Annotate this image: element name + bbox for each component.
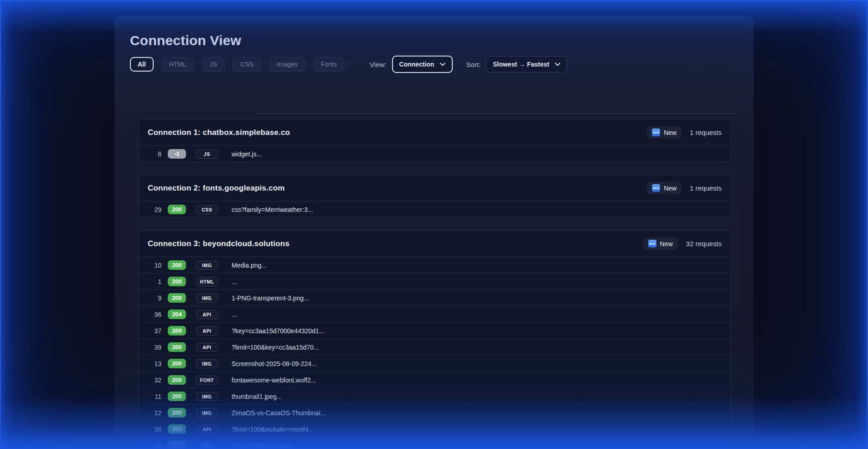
request-name: css?family=Merriweather:3... <box>232 206 313 213</box>
type-badge: IMG <box>196 392 218 401</box>
status-badge: 200 <box>168 260 186 270</box>
type-badge: HTML <box>196 277 218 286</box>
request-count: 1 requests <box>690 184 722 192</box>
request-index: 10 <box>148 262 161 269</box>
request-count: 1 requests <box>690 129 722 136</box>
sort-control-group: Sort: Slowest → Fastest <box>466 56 567 72</box>
connection-header[interactable]: Connection 1: chatbox.simplebase.co NEW … <box>139 119 731 145</box>
new-badge-label: New <box>664 185 677 192</box>
request-name: fontawesome-webfont.woff2... <box>232 377 316 384</box>
type-badge: API <box>196 310 218 319</box>
request-index: 9 <box>148 294 161 302</box>
new-badge: NEW New <box>647 126 682 139</box>
request-index: 11 <box>148 393 161 400</box>
connection-header-right: NEW New 1 requests <box>647 182 722 194</box>
request-name: ?limit=100&key=cc3aa15d70... <box>232 344 319 351</box>
request-row[interactable]: 36 204 API ... <box>139 306 731 322</box>
connection-header-right: NEW New 32 requests <box>643 237 722 250</box>
request-name: Media.png... <box>232 262 267 269</box>
request-row[interactable]: 1 200 HTML ... <box>139 273 731 289</box>
request-row[interactable]: 13 200 IMG Screenshot-2025-08-09-224... <box>139 355 731 372</box>
section-divider <box>256 113 739 114</box>
type-badge: FONT <box>196 376 218 385</box>
sort-select[interactable]: Slowest → Fastest <box>486 56 567 72</box>
request-name: ZimaOS-vs-CasaOS-Thumbnai... <box>232 409 326 417</box>
view-control-group: View: Connection <box>370 56 452 73</box>
connection-header[interactable]: Connection 2: fonts.googleapis.com NEW N… <box>139 175 731 201</box>
request-row[interactable]: 12 200 IMG ZimaOS-vs-CasaOS-Thumbnai... <box>139 404 731 421</box>
filter-fonts-button[interactable]: Fonts <box>313 57 345 72</box>
request-row[interactable]: 16 200 IMG Thumb-Option-2.png... <box>139 437 731 449</box>
filter-js-button[interactable]: JS <box>202 57 225 72</box>
request-name: ?key=cc3aa15d7000e44320d1... <box>232 327 325 335</box>
type-badge: API <box>196 425 218 434</box>
request-index: 29 <box>148 206 161 213</box>
type-badge: API <box>196 343 218 352</box>
status-badge: -1 <box>168 149 186 159</box>
filter-images-button[interactable]: Images <box>269 57 305 72</box>
filter-html-button[interactable]: HTML <box>161 57 194 72</box>
new-badge-label: New <box>664 129 677 136</box>
chevron-down-icon <box>440 62 445 66</box>
status-badge: 200 <box>168 441 186 449</box>
request-name: ?limit=100&include=monthl... <box>232 426 314 433</box>
request-name: Screenshot-2025-08-09-224... <box>232 360 317 367</box>
type-badge: IMG <box>196 359 218 368</box>
request-index: 1 <box>148 278 161 285</box>
toolbar: All HTML JS CSS Images Fonts View: Conne… <box>130 56 754 73</box>
connection-card: Connection 1: chatbox.simplebase.co NEW … <box>138 119 731 162</box>
view-label: View: <box>370 61 386 68</box>
status-badge: 200 <box>168 375 186 385</box>
main-panel: Connection View All HTML JS CSS Images F… <box>114 15 754 449</box>
request-name: ... <box>232 311 237 318</box>
chevron-down-icon <box>555 62 560 66</box>
type-badge: IMG <box>196 294 218 303</box>
request-row[interactable]: 32 200 FONT fontawesome-webfont.woff2... <box>139 372 731 388</box>
filter-css-button[interactable]: CSS <box>232 57 261 72</box>
request-index: 8 <box>148 150 161 158</box>
new-icon: NEW <box>652 129 660 136</box>
request-index: 39 <box>148 344 161 351</box>
sort-label: Sort: <box>466 61 481 68</box>
status-badge: 200 <box>168 326 186 335</box>
type-badge: IMG <box>196 408 218 418</box>
type-badge: JS <box>196 150 218 159</box>
request-list: 8 -1 JS widget.js... <box>139 145 731 162</box>
type-badge: IMG <box>196 261 218 270</box>
request-row[interactable]: 29 200 CSS css?family=Merriweather:3... <box>139 201 731 217</box>
page-title: Connection View <box>130 33 754 48</box>
request-row[interactable]: 38 200 API ?limit=100&include=monthl... <box>139 421 731 437</box>
request-name: Thumb-Option-2.png... <box>232 442 296 449</box>
status-badge: 200 <box>168 408 186 418</box>
request-row[interactable]: 8 -1 JS widget.js... <box>139 145 731 162</box>
request-name: ... <box>232 278 237 285</box>
status-badge: 200 <box>168 277 186 286</box>
connection-header-right: NEW New 1 requests <box>647 126 722 139</box>
request-row[interactable]: 11 200 IMG thumbnail1.jpeg... <box>139 388 731 404</box>
view-select-value: Connection <box>399 61 434 68</box>
request-index: 32 <box>148 377 161 384</box>
status-badge: 200 <box>168 392 186 401</box>
request-index: 16 <box>148 442 161 449</box>
request-index: 36 <box>148 311 161 318</box>
connection-title: Connection 3: beyondcloud.solutions <box>148 239 289 248</box>
status-badge: 200 <box>168 293 186 303</box>
request-row[interactable]: 10 200 IMG Media.png... <box>139 257 731 273</box>
request-row[interactable]: 39 200 API ?limit=100&key=cc3aa15d70... <box>139 339 731 355</box>
request-count: 32 requests <box>686 240 722 248</box>
request-row[interactable]: 37 200 API ?key=cc3aa15d7000e44320d1... <box>139 322 731 339</box>
type-badge: IMG <box>196 441 218 449</box>
new-icon: NEW <box>652 184 660 192</box>
connection-title: Connection 2: fonts.googleapis.com <box>148 184 285 193</box>
view-select[interactable]: Connection <box>392 56 453 73</box>
filter-all-button[interactable]: All <box>130 57 154 72</box>
status-badge: 204 <box>168 310 186 319</box>
new-badge: NEW New <box>643 237 678 250</box>
request-row[interactable]: 9 200 IMG 1-PNG-transperent-3.png... <box>139 289 731 306</box>
status-badge: 200 <box>168 359 186 368</box>
request-index: 13 <box>148 360 161 367</box>
status-badge: 200 <box>168 424 186 434</box>
connection-list: Connection 1: chatbox.simplebase.co NEW … <box>138 119 731 449</box>
connection-header[interactable]: Connection 3: beyondcloud.solutions NEW … <box>139 231 731 257</box>
request-name: widget.js... <box>232 150 262 158</box>
